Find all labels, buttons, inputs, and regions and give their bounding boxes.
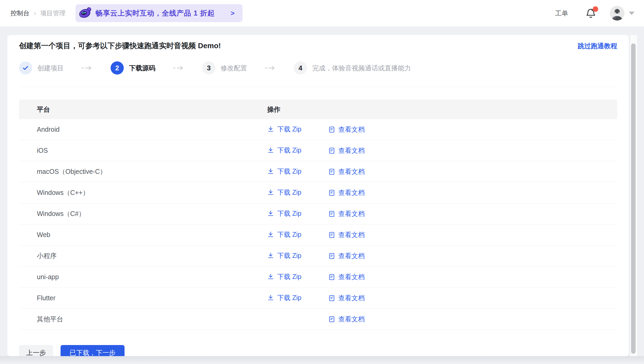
view-doc-link[interactable]: 查看文档: [328, 252, 365, 260]
step-2-number: 2: [111, 61, 124, 75]
table-row: iOS 下载 Zip: [19, 140, 617, 161]
download-zip-link[interactable]: 下载 Zip: [267, 293, 301, 302]
table-row: Android 下载 Zip: [19, 119, 617, 140]
breadcrumb-separator-icon: ›: [34, 9, 36, 17]
avatar[interactable]: [610, 6, 625, 21]
view-doc-link[interactable]: 查看文档: [328, 294, 365, 302]
view-doc-link[interactable]: 查看文档: [328, 315, 365, 323]
step-3-number: 3: [202, 61, 215, 75]
view-doc-link[interactable]: 查看文档: [328, 125, 365, 134]
download-icon: [267, 273, 274, 280]
download-icon: [267, 147, 274, 154]
view-doc-link[interactable]: 查看文档: [328, 167, 365, 176]
bottom-edge-band: [0, 356, 644, 364]
document-icon: [328, 168, 335, 175]
step-4-number: 4: [294, 61, 307, 75]
promo-banner-text: 畅享云上实时互动，全线产品 1 折起: [96, 8, 215, 18]
view-doc-link[interactable]: 查看文档: [328, 273, 365, 281]
document-icon: [328, 253, 335, 259]
view-doc-link[interactable]: 查看文档: [328, 209, 365, 218]
step-2-label: 下载源码: [129, 64, 155, 72]
skip-tutorial-link[interactable]: 跳过跑通教程: [578, 42, 617, 50]
step-1-check-icon: [19, 61, 32, 75]
table-row: 其他平台 查看文档: [19, 309, 617, 330]
platform-name: uni-app: [19, 273, 267, 281]
download-icon: [267, 168, 274, 175]
download-zip-link[interactable]: 下载 Zip: [267, 209, 301, 218]
platform-name: Web: [19, 231, 267, 239]
platform-name: Windows（C++）: [19, 188, 267, 197]
step-arrow-icon: [264, 66, 276, 70]
breadcrumb-project-management: 项目管理: [40, 9, 66, 17]
vertical-scrollbar-thumb[interactable]: [631, 43, 636, 354]
page-title: 创建第一个项目，可参考以下步骤快速跑通实时音视频 Demo!: [19, 41, 221, 51]
download-zip-link[interactable]: 下载 Zip: [267, 188, 301, 197]
step-finish: 4 完成，体验音视频通话或直播能力: [294, 61, 411, 75]
step-arrow-icon: [173, 66, 185, 70]
document-icon: [328, 147, 335, 154]
view-doc-link[interactable]: 查看文档: [328, 146, 365, 155]
prev-step-button[interactable]: 上一步: [19, 345, 53, 356]
notification-bell-button[interactable]: [586, 7, 596, 19]
platform-table: 平台 操作 Android 下载 Zip: [19, 100, 617, 330]
step-download-source: 2 下载源码: [111, 61, 155, 75]
mascot-icon: [78, 6, 92, 20]
top-header: 控制台 › 项目管理 畅享云上实时互动，全线产品 1 折起 > 工单: [0, 0, 644, 26]
platform-name: iOS: [19, 147, 267, 154]
platform-name: macOS（Objective-C）: [19, 167, 267, 176]
download-zip-link[interactable]: 下载 Zip: [267, 146, 301, 155]
topbar-right: 工单: [555, 6, 635, 21]
document-icon: [328, 316, 335, 323]
step-4-label: 完成，体验音视频通话或直播能力: [312, 64, 411, 72]
column-action: 操作: [267, 105, 617, 114]
step-1-label: 创建项目: [37, 64, 64, 72]
table-row: Web 下载 Zip: [19, 224, 617, 245]
next-step-button[interactable]: 已下载，下一步: [61, 345, 125, 356]
download-icon: [267, 210, 274, 217]
platform-name: Flutter: [19, 294, 267, 302]
wizard-footer: 上一步 已下载，下一步: [19, 345, 617, 356]
platform-name: 小程序: [19, 252, 267, 260]
download-icon: [267, 294, 274, 301]
step-modify-config: 3 修改配置: [202, 61, 247, 75]
document-icon: [328, 295, 335, 302]
step-create-project: 创建项目: [19, 61, 64, 75]
ticket-link[interactable]: 工单: [555, 9, 568, 18]
table-row: Windows（C++） 下载 Zip: [19, 182, 617, 203]
step-3-label: 修改配置: [221, 64, 247, 72]
unread-badge-dot: [593, 6, 598, 12]
section-divider: [19, 87, 617, 87]
download-zip-link[interactable]: 下载 Zip: [267, 230, 301, 239]
platform-name: Windows（C#）: [19, 209, 267, 218]
breadcrumb-console[interactable]: 控制台: [11, 9, 29, 17]
download-icon: [267, 126, 274, 132]
platform-name: 其他平台: [19, 315, 267, 323]
promo-arrow-icon: >: [231, 9, 235, 17]
table-row: Flutter 下载 Zip: [19, 288, 617, 309]
breadcrumb: 控制台 › 项目管理: [11, 9, 66, 17]
document-icon: [328, 189, 335, 196]
table-row: macOS（Objective-C） 下载 Zip: [19, 161, 617, 182]
document-icon: [328, 126, 335, 133]
platform-name: Android: [19, 126, 267, 133]
document-icon: [328, 210, 335, 217]
download-zip-link[interactable]: 下载 Zip: [267, 272, 301, 281]
download-icon: [267, 231, 274, 238]
download-zip-link[interactable]: 下载 Zip: [267, 167, 301, 176]
column-platform: 平台: [19, 105, 267, 114]
table-row: uni-app 下载 Zip: [19, 267, 617, 288]
view-doc-link[interactable]: 查看文档: [328, 188, 365, 197]
account-caret-down-icon[interactable]: [629, 12, 635, 15]
step-arrow-icon: [81, 66, 93, 70]
download-icon: [267, 252, 274, 259]
view-doc-link[interactable]: 查看文档: [328, 230, 365, 239]
table-row: Windows（C#） 下载 Zip: [19, 203, 617, 224]
table-header: 平台 操作: [19, 100, 617, 119]
stepper: 创建项目 2 下载源码 3 修改配置 4 完成，体验音视频通话或直播能: [19, 61, 617, 75]
download-zip-link[interactable]: 下载 Zip: [267, 251, 301, 260]
table-row: 小程序 下载 Zip: [19, 245, 617, 267]
download-zip-link[interactable]: 下载 Zip: [267, 125, 301, 134]
document-icon: [328, 232, 335, 238]
download-icon: [267, 189, 274, 196]
promo-banner[interactable]: 畅享云上实时互动，全线产品 1 折起 >: [76, 4, 242, 22]
